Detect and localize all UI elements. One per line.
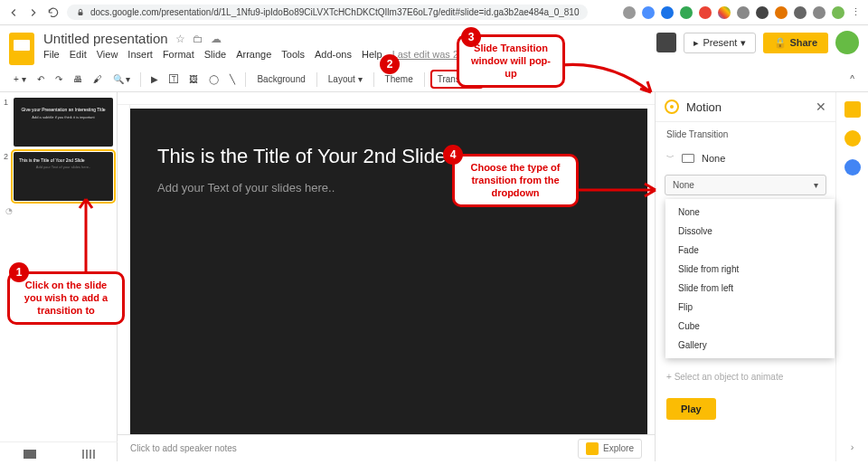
kebab-icon[interactable]: ⋮ [851,6,861,19]
annotation-badge-2: 2 [380,54,400,74]
main-area: 1 Give your Presentation an Interesting … [0,92,868,461]
image-tool[interactable]: 🖼 [184,71,203,87]
slides-logo[interactable] [9,33,34,65]
share-label: Share [789,37,817,48]
menu-tools[interactable]: Tools [281,49,305,60]
annotation-arrow [72,190,99,271]
star-icon[interactable]: ☆ [175,33,185,45]
annotation-badge-4: 4 [443,145,463,165]
layout-button[interactable]: Layout ▾ [323,71,368,87]
ext-icon[interactable] [832,6,844,19]
tasks-icon[interactable] [844,159,861,176]
ext-icon[interactable] [756,6,769,19]
transition-select[interactable]: None ▾ None Dissolve Fade Slide from rig… [665,175,826,195]
ext-icon[interactable] [699,6,712,19]
toolbar: + ▾ ↶ ↷ 🖶 🖌 🔍 ▾ ▶ 🅃 🖼 ◯ ╲ Background Lay… [0,67,868,92]
menu-slide[interactable]: Slide [204,49,226,60]
view-tabs [0,441,118,465]
ext-icon[interactable] [794,6,807,19]
keep-icon[interactable] [844,130,861,147]
calendar-icon[interactable] [844,101,861,118]
speaker-notes[interactable]: Click to add speaker notes Explore [118,434,655,461]
grid-view-icon[interactable] [82,450,95,459]
collapse-toolbar-icon[interactable]: ^ [845,71,859,87]
close-icon[interactable]: ✕ [816,100,826,114]
annotation-arrow [574,181,665,208]
paint-format-button[interactable]: 🖌 [89,71,107,87]
transition-dropdown: None Dissolve Fade Slide from right Slid… [665,199,835,358]
transition-summary-row[interactable]: ﹀ None [656,147,835,169]
canvas-area: This is the Title of Your 2nd Slide Add … [118,92,655,461]
new-slide-button[interactable]: + ▾ [9,71,31,87]
line-tool[interactable]: ╲ [225,71,240,87]
background-button[interactable]: Background [251,71,310,87]
comments-icon[interactable] [656,33,676,52]
filmstrip-view-icon[interactable] [24,450,36,459]
menu-format[interactable]: Format [163,49,194,60]
thumb-title: Give your Presentation an Interesting Ti… [19,107,108,112]
print-button[interactable]: 🖶 [69,71,87,87]
annotation-callout-4: Choose the type of transition from the d… [452,154,579,207]
address-bar[interactable]: docs.google.com/presentation/d/1L_1Nfu9-… [67,5,588,20]
ext-icon[interactable] [642,6,655,19]
back-icon[interactable] [7,6,20,19]
undo-button[interactable]: ↶ [33,71,49,87]
motion-panel-title: Motion [686,100,722,114]
ext-icon[interactable] [813,6,826,19]
menu-file[interactable]: File [43,49,60,60]
account-avatar[interactable] [835,31,859,54]
menu-arrange[interactable]: Arrange [236,49,271,60]
dd-option-slide-right[interactable]: Slide from right [665,260,835,279]
dd-option-cube[interactable]: Cube [665,317,835,336]
ext-icon[interactable] [661,6,674,19]
dd-option-flip[interactable]: Flip [665,298,835,317]
menu-view[interactable]: View [97,49,118,60]
ext-icon[interactable] [737,6,750,19]
slide-transition-label: Slide Transition [656,122,835,147]
redo-button[interactable]: ↷ [51,71,67,87]
explore-button[interactable]: Explore [578,439,642,459]
side-rail: › [835,92,868,461]
ruler-vertical [118,105,130,434]
dd-option-gallery[interactable]: Gallery [665,336,835,355]
reload-icon[interactable] [47,6,60,19]
notes-placeholder: Click to add speaker notes [130,443,237,453]
dd-option-slide-left[interactable]: Slide from left [665,279,835,298]
thumb-number: 2 [4,152,11,201]
play-button[interactable]: Play [666,398,716,420]
move-icon[interactable]: 🗀 [193,33,203,45]
ext-icon[interactable] [775,6,788,19]
thumbnail-1[interactable]: 1 Give your Presentation an Interesting … [4,98,113,147]
dd-option-none[interactable]: None [665,203,835,222]
extension-icons: ⋮ [623,6,861,19]
lock-icon [76,8,85,17]
thumb-sub: Add your Text of your slides here.. [19,165,108,169]
cloud-icon[interactable]: ☁ [211,33,222,45]
app-header: Untitled presentation ☆ 🗀 ☁ File Edit Vi… [0,25,868,67]
ext-icon[interactable] [680,6,693,19]
menu-addons[interactable]: Add-ons [315,49,352,60]
menu-edit[interactable]: Edit [70,49,87,60]
expand-rail-icon[interactable]: › [851,441,854,452]
thumb-sub: Add a subtitle if you think it is import… [19,115,108,119]
menu-help[interactable]: Help [362,49,382,60]
ext-icon[interactable] [623,6,636,19]
dd-option-fade[interactable]: Fade [665,241,835,260]
doc-title[interactable]: Untitled presentation [43,31,168,46]
present-label: Present [703,37,737,48]
thumb-number: 1 [4,98,11,147]
dd-option-dissolve[interactable]: Dissolve [665,222,835,241]
menu-insert[interactable]: Insert [127,49,153,60]
chevron-down-icon: ﹀ [666,152,675,164]
forward-icon[interactable] [27,6,40,19]
theme-button[interactable]: Theme [380,71,419,87]
motion-panel: Motion ✕ Slide Transition ﹀ None None ▾ … [655,92,835,461]
menu-bar: File Edit View Insert Format Slide Arran… [43,49,521,60]
textbox-tool[interactable]: 🅃 [165,71,183,87]
share-button[interactable]: 🔒 Share [763,33,828,53]
select-tool[interactable]: ▶ [146,71,163,87]
shape-tool[interactable]: ◯ [204,71,223,87]
zoom-button[interactable]: 🔍 ▾ [108,71,136,87]
present-button[interactable]: ▸ Present ▾ [684,33,756,53]
ext-icon[interactable] [718,6,731,19]
